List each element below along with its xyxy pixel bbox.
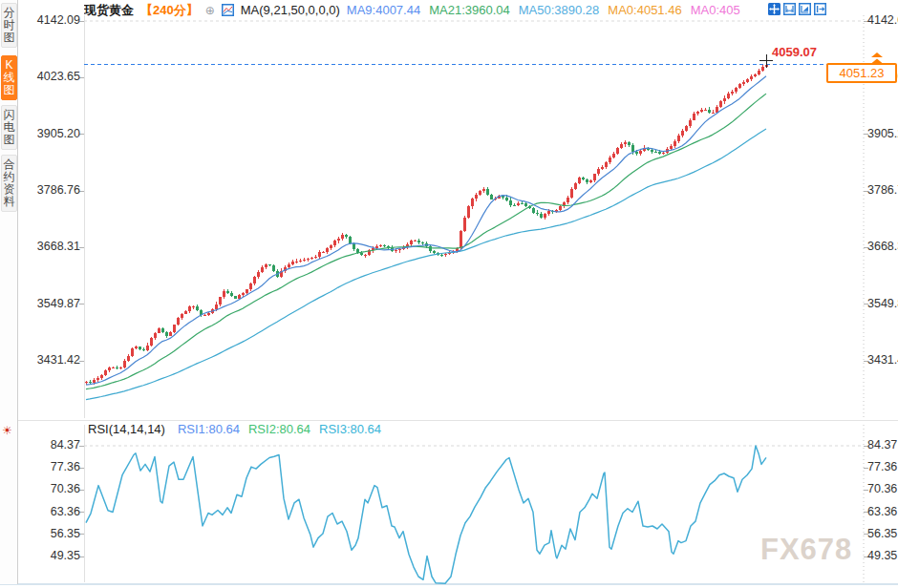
axis-label: 49.35 bbox=[23, 549, 80, 563]
ma5-value: MA0:405 bbox=[691, 3, 740, 17]
axis-label: 3549.87 bbox=[867, 297, 898, 311]
axis-label: 56.35 bbox=[867, 527, 897, 541]
axis-label: 3905.20 bbox=[867, 127, 898, 141]
indicator-chart-icon[interactable] bbox=[222, 4, 234, 16]
chart-toolbar bbox=[768, 3, 826, 15]
ma4-value: MA0:4051.46 bbox=[608, 3, 681, 17]
rsi-header: RSI(14,14,14) RSI1:80.64RSI2:80.64RSI3:8… bbox=[88, 422, 390, 436]
pan-move-icon[interactable] bbox=[768, 3, 780, 15]
axis-label: 4142.09 bbox=[867, 13, 898, 28]
axis-label: 84.37 bbox=[23, 438, 80, 452]
app-window: 分时图K线图闪电图合约资料 ☀ 现货黄金 【240分】 ⊕ MA(9,21,50… bbox=[0, 0, 898, 588]
axis-label: 3905.20 bbox=[23, 127, 80, 141]
high-price-label: 4059.07 bbox=[772, 45, 817, 59]
sidebar-tab-2[interactable]: K线图 bbox=[1, 55, 17, 100]
axis-scale-icon[interactable] bbox=[799, 3, 811, 15]
rsi3-value: RSI3:80.64 bbox=[319, 422, 381, 436]
axis-range-icon[interactable] bbox=[783, 3, 796, 15]
axis-label: 84.37 bbox=[867, 438, 897, 452]
axis-label: 70.36 bbox=[23, 482, 80, 496]
axis-label: 3431.42 bbox=[867, 353, 898, 368]
ma3-value: MA50:3890.28 bbox=[519, 3, 600, 17]
axis-label: 4023.65 bbox=[23, 70, 80, 84]
axis-label: 63.36 bbox=[867, 505, 897, 519]
axis-label: 3668.31 bbox=[867, 240, 898, 254]
axis-label: 3786.76 bbox=[867, 183, 898, 198]
axis-label: 77.36 bbox=[23, 460, 80, 474]
rsi1-value: RSI1:80.64 bbox=[178, 422, 240, 436]
expand-icon[interactable]: ⊕ bbox=[205, 4, 215, 17]
chart-header: 现货黄金 【240分】 ⊕ MA(9,21,50,0,0,0) MA9:4007… bbox=[84, 2, 766, 18]
scroll-to-latest-icon[interactable] bbox=[870, 52, 884, 64]
axis-label: 3549.87 bbox=[23, 297, 80, 311]
period-selector[interactable]: 【240分】 bbox=[140, 2, 199, 18]
exit-right-icon[interactable] bbox=[814, 3, 826, 15]
axis-label: 56.35 bbox=[23, 527, 80, 541]
rsi2-value: RSI2:80.64 bbox=[248, 422, 310, 436]
rsi-values: RSI1:80.64RSI2:80.64RSI3:80.64 bbox=[178, 422, 390, 436]
axis-label: 70.36 bbox=[867, 482, 897, 496]
axis-label: 4142.09 bbox=[23, 13, 80, 28]
axis-label: 3431.42 bbox=[23, 353, 80, 368]
ma-values: MA9:4007.44MA21:3960.04MA50:3890.28MA0:4… bbox=[347, 3, 749, 17]
ma1-value: MA9:4007.44 bbox=[347, 3, 420, 17]
axis-label: 49.35 bbox=[867, 549, 897, 563]
rsi-settings-label[interactable]: RSI(14,14,14) bbox=[88, 422, 165, 436]
axis-label: 63.36 bbox=[23, 505, 80, 519]
axis-label: 77.36 bbox=[867, 460, 897, 474]
symbol-name: 现货黄金 bbox=[84, 2, 134, 18]
sidebar-tab-1[interactable]: 分时图 bbox=[1, 3, 17, 48]
rsi-settings-icon[interactable]: ☀ bbox=[2, 424, 12, 437]
last-price-box: 4051.23 bbox=[826, 63, 897, 83]
sidebar-tab-4[interactable]: 合约资料 bbox=[1, 155, 17, 212]
axis-label: 3786.76 bbox=[23, 183, 80, 198]
sidebar-tab-3[interactable]: 闪电图 bbox=[1, 105, 17, 150]
ma-settings-label[interactable]: MA(9,21,50,0,0,0) bbox=[241, 3, 340, 17]
candlestick-chart[interactable] bbox=[0, 0, 898, 588]
ma2-value: MA21:3960.04 bbox=[429, 3, 510, 17]
sidebar: 分时图K线图闪电图合约资料 bbox=[0, 0, 18, 584]
axis-label: 3668.31 bbox=[23, 240, 80, 254]
